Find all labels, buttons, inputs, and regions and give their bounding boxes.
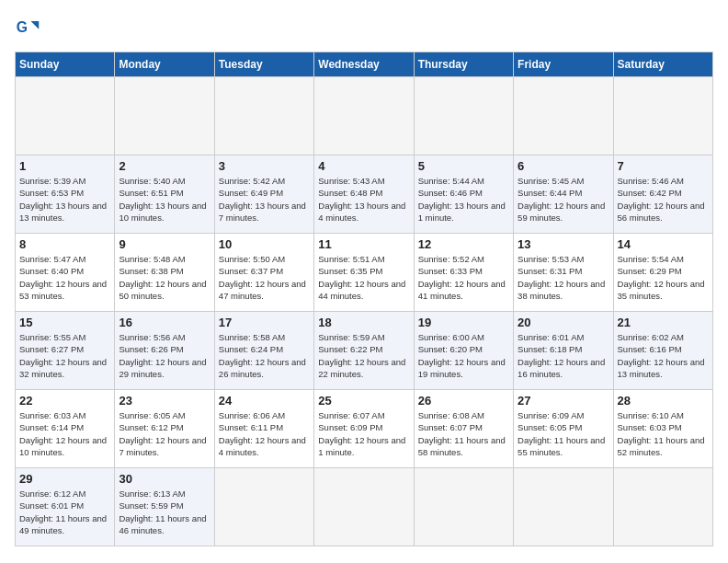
calendar-cell: 18Sunrise: 5:59 AM Sunset: 6:22 PM Dayli… (314, 312, 414, 390)
calendar-cell: 23Sunrise: 6:05 AM Sunset: 6:12 PM Dayli… (115, 390, 214, 468)
calendar-table: SundayMondayTuesdayWednesdayThursdayFrid… (15, 52, 713, 546)
calendar-cell: 21Sunrise: 6:02 AM Sunset: 6:16 PM Dayli… (613, 312, 712, 390)
day-number: 22 (19, 394, 110, 408)
calendar-cell: 16Sunrise: 5:56 AM Sunset: 6:26 PM Dayli… (115, 312, 214, 390)
day-number: 12 (418, 237, 509, 251)
calendar-week-3: 15Sunrise: 5:55 AM Sunset: 6:27 PM Dayli… (16, 312, 713, 390)
calendar-week-0 (16, 77, 713, 155)
day-info: Sunrise: 6:05 AM Sunset: 6:12 PM Dayligh… (119, 409, 210, 458)
calendar-cell: 29Sunrise: 6:12 AM Sunset: 6:01 PM Dayli… (16, 468, 115, 546)
day-number: 25 (318, 394, 409, 408)
calendar-cell: 2Sunrise: 5:40 AM Sunset: 6:51 PM Daylig… (115, 155, 214, 234)
header-row: SundayMondayTuesdayWednesdayThursdayFrid… (16, 52, 713, 77)
day-number: 5 (418, 159, 509, 173)
calendar-cell (414, 468, 513, 546)
day-info: Sunrise: 6:07 AM Sunset: 6:09 PM Dayligh… (318, 409, 409, 458)
calendar-cell: 4Sunrise: 5:43 AM Sunset: 6:48 PM Daylig… (314, 155, 414, 234)
day-number: 15 (19, 316, 110, 329)
calendar-cell (115, 77, 214, 155)
calendar-cell (314, 468, 414, 546)
calendar-cell: 1Sunrise: 5:39 AM Sunset: 6:53 PM Daylig… (16, 155, 115, 234)
day-number: 14 (618, 237, 709, 251)
calendar-cell: 15Sunrise: 5:55 AM Sunset: 6:27 PM Dayli… (16, 312, 115, 390)
day-number: 28 (618, 394, 709, 408)
day-info: Sunrise: 5:59 AM Sunset: 6:22 PM Dayligh… (318, 331, 409, 380)
calendar-week-1: 1Sunrise: 5:39 AM Sunset: 6:53 PM Daylig… (16, 155, 713, 234)
day-number: 18 (318, 316, 409, 329)
calendar-cell (214, 77, 313, 155)
day-number: 4 (318, 159, 409, 173)
calendar-cell: 12Sunrise: 5:52 AM Sunset: 6:33 PM Dayli… (414, 234, 513, 312)
day-info: Sunrise: 5:45 AM Sunset: 6:44 PM Dayligh… (518, 175, 609, 224)
calendar-cell: 30Sunrise: 6:13 AM Sunset: 5:59 PM Dayli… (115, 468, 214, 546)
calendar-cell (613, 77, 712, 155)
header-tuesday: Tuesday (214, 52, 313, 77)
header-saturday: Saturday (613, 52, 712, 77)
day-info: Sunrise: 6:13 AM Sunset: 5:59 PM Dayligh… (119, 488, 210, 536)
day-info: Sunrise: 5:56 AM Sunset: 6:26 PM Dayligh… (119, 331, 210, 380)
header-sunday: Sunday (16, 52, 115, 77)
day-info: Sunrise: 6:10 AM Sunset: 6:03 PM Dayligh… (618, 409, 709, 458)
day-number: 2 (119, 159, 210, 173)
header-friday: Friday (514, 52, 613, 77)
calendar-week-5: 29Sunrise: 6:12 AM Sunset: 6:01 PM Dayli… (16, 468, 713, 546)
calendar-cell: 20Sunrise: 6:01 AM Sunset: 6:18 PM Dayli… (514, 312, 613, 390)
svg-text:G: G (17, 19, 28, 35)
calendar-week-2: 8Sunrise: 5:47 AM Sunset: 6:40 PM Daylig… (16, 234, 713, 312)
svg-marker-1 (31, 21, 40, 29)
day-number: 19 (418, 316, 509, 329)
day-info: Sunrise: 5:52 AM Sunset: 6:33 PM Dayligh… (418, 253, 509, 302)
day-info: Sunrise: 5:39 AM Sunset: 6:53 PM Dayligh… (19, 175, 110, 224)
calendar-cell: 25Sunrise: 6:07 AM Sunset: 6:09 PM Dayli… (314, 390, 414, 468)
calendar-cell: 5Sunrise: 5:44 AM Sunset: 6:46 PM Daylig… (414, 155, 513, 234)
calendar-week-4: 22Sunrise: 6:03 AM Sunset: 6:14 PM Dayli… (16, 390, 713, 468)
header-monday: Monday (115, 52, 214, 77)
day-info: Sunrise: 5:48 AM Sunset: 6:38 PM Dayligh… (119, 253, 210, 302)
calendar-cell (414, 77, 513, 155)
calendar-cell: 19Sunrise: 6:00 AM Sunset: 6:20 PM Dayli… (414, 312, 513, 390)
day-info: Sunrise: 6:00 AM Sunset: 6:20 PM Dayligh… (418, 331, 509, 380)
day-number: 27 (518, 394, 609, 408)
day-info: Sunrise: 5:50 AM Sunset: 6:37 PM Dayligh… (219, 253, 310, 302)
calendar-cell: 13Sunrise: 5:53 AM Sunset: 6:31 PM Dayli… (514, 234, 613, 312)
day-info: Sunrise: 6:08 AM Sunset: 6:07 PM Dayligh… (418, 409, 509, 458)
day-number: 8 (19, 237, 110, 251)
calendar-cell (314, 77, 414, 155)
calendar-cell: 3Sunrise: 5:42 AM Sunset: 6:49 PM Daylig… (214, 155, 313, 234)
day-number: 3 (219, 159, 310, 173)
day-number: 24 (219, 394, 310, 408)
day-number: 16 (119, 316, 210, 329)
day-number: 20 (518, 316, 609, 329)
day-info: Sunrise: 5:53 AM Sunset: 6:31 PM Dayligh… (518, 253, 609, 302)
calendar-cell: 10Sunrise: 5:50 AM Sunset: 6:37 PM Dayli… (214, 234, 313, 312)
day-info: Sunrise: 6:12 AM Sunset: 6:01 PM Dayligh… (19, 488, 110, 536)
calendar-cell: 26Sunrise: 6:08 AM Sunset: 6:07 PM Dayli… (414, 390, 513, 468)
calendar-cell: 27Sunrise: 6:09 AM Sunset: 6:05 PM Dayli… (514, 390, 613, 468)
day-number: 7 (618, 159, 709, 173)
calendar-cell (214, 468, 313, 546)
day-number: 23 (119, 394, 210, 408)
day-number: 26 (418, 394, 509, 408)
day-number: 29 (19, 472, 110, 486)
day-info: Sunrise: 6:03 AM Sunset: 6:14 PM Dayligh… (19, 409, 110, 458)
logo-icon: G (15, 15, 40, 40)
calendar-cell: 28Sunrise: 6:10 AM Sunset: 6:03 PM Dayli… (613, 390, 712, 468)
day-info: Sunrise: 5:58 AM Sunset: 6:24 PM Dayligh… (219, 331, 310, 380)
day-info: Sunrise: 5:44 AM Sunset: 6:46 PM Dayligh… (418, 175, 509, 224)
day-number: 1 (19, 159, 110, 173)
header-wednesday: Wednesday (314, 52, 414, 77)
day-number: 30 (119, 472, 210, 486)
day-info: Sunrise: 5:47 AM Sunset: 6:40 PM Dayligh… (19, 253, 110, 302)
day-number: 13 (518, 237, 609, 251)
header-thursday: Thursday (414, 52, 513, 77)
calendar-cell: 6Sunrise: 5:45 AM Sunset: 6:44 PM Daylig… (514, 155, 613, 234)
calendar-cell (514, 468, 613, 546)
day-info: Sunrise: 5:46 AM Sunset: 6:42 PM Dayligh… (618, 175, 709, 224)
calendar-cell: 14Sunrise: 5:54 AM Sunset: 6:29 PM Dayli… (613, 234, 712, 312)
day-info: Sunrise: 5:55 AM Sunset: 6:27 PM Dayligh… (19, 331, 110, 380)
calendar-cell: 7Sunrise: 5:46 AM Sunset: 6:42 PM Daylig… (613, 155, 712, 234)
day-number: 6 (518, 159, 609, 173)
calendar-cell: 8Sunrise: 5:47 AM Sunset: 6:40 PM Daylig… (16, 234, 115, 312)
day-info: Sunrise: 5:54 AM Sunset: 6:29 PM Dayligh… (618, 253, 709, 302)
logo: G (15, 15, 44, 40)
